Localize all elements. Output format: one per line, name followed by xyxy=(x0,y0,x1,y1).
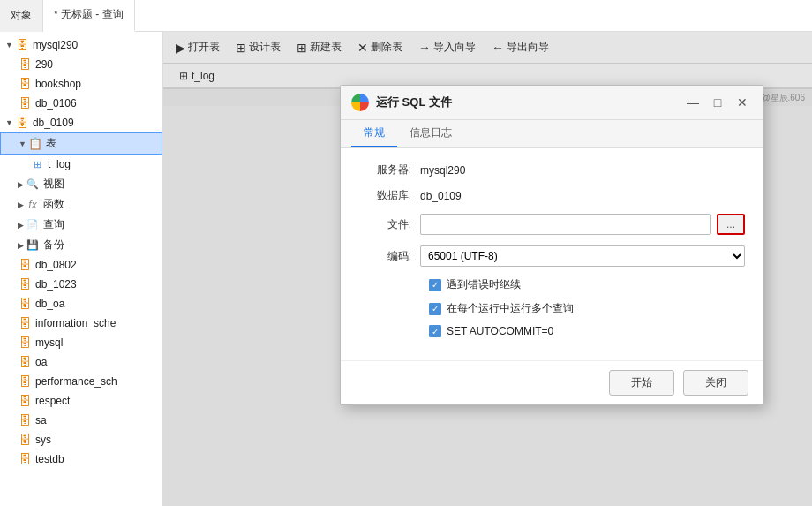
minimize-button[interactable]: — xyxy=(683,93,703,112)
checkbox-autocommit: ✓ SET AUTOCOMMIT=0 xyxy=(429,325,745,337)
dialog-title: 运行 SQL 文件 xyxy=(376,94,676,110)
sidebar-item-backups[interactable]: ▶ 💾 备份 xyxy=(0,235,162,255)
app-window: 对象 * 无标题 - 查询 ▼ 🗄 mysql290 🗄 290 xyxy=(0,0,812,506)
checkbox-multi-query: ✓ 在每个运行中运行多个查询 xyxy=(429,301,745,316)
database-value: db_0109 xyxy=(420,190,462,202)
checkbox-autocommit-label: SET AUTOCOMMIT=0 xyxy=(447,325,553,337)
tab-infolog[interactable]: 信息日志 xyxy=(397,120,464,147)
file-input-row: ... xyxy=(420,214,745,235)
sidebar-item-tlog[interactable]: ⊞ t_log xyxy=(0,155,162,174)
sidebar-item-db1023[interactable]: 🗄 db_1023 xyxy=(0,275,162,294)
navicat-icon xyxy=(351,94,369,111)
checkbox-autocommit-icon[interactable]: ✓ xyxy=(429,325,441,337)
browse-button[interactable]: ... xyxy=(717,214,745,235)
tab-query[interactable]: * 无标题 - 查询 xyxy=(43,0,135,32)
tab-objects[interactable]: 对象 xyxy=(0,0,43,32)
sidebar-item-db0109[interactable]: ▼ 🗄 db_0109 xyxy=(0,113,162,132)
right-panel: ▶ 打开表 ⊞ 设计表 ⊞ 新建表 ✕ 删除表 → 导入向导 xyxy=(163,32,812,506)
dialog-tabs: 常规 信息日志 xyxy=(341,120,763,148)
close-dialog-button[interactable]: 关闭 xyxy=(683,370,748,396)
server-value: mysql290 xyxy=(420,164,465,177)
checkbox-continue-label: 遇到错误时继续 xyxy=(447,277,521,292)
checkbox-continue-icon[interactable]: ✓ xyxy=(429,279,441,291)
sidebar-item-db0802[interactable]: 🗄 db_0802 xyxy=(0,255,162,275)
sidebar-item-oa[interactable]: 🗄 oa xyxy=(0,352,162,372)
sidebar-item-performance[interactable]: 🗄 performance_sch xyxy=(0,372,162,391)
server-label: 服务器: xyxy=(358,162,420,177)
maximize-button[interactable]: □ xyxy=(708,93,727,112)
dialog-body: 服务器: mysql290 数据库: db_0109 文件: ... xyxy=(341,148,763,360)
sidebar-item-queries[interactable]: ▶ 📄 查询 xyxy=(0,215,162,235)
run-sql-dialog: 运行 SQL 文件 — □ ✕ 常规 信息日志 xyxy=(340,85,763,405)
sidebar-item-db0106[interactable]: 🗄 db_0106 xyxy=(0,94,162,113)
sidebar: ▼ 🗄 mysql290 🗄 290 🗄 bookshop 🗄 db_0106 xyxy=(0,32,163,506)
sidebar-item-mysql[interactable]: 🗄 mysql xyxy=(0,333,162,352)
main-content: ▼ 🗄 mysql290 🗄 290 🗄 bookshop 🗄 db_0106 xyxy=(0,32,812,506)
encoding-select[interactable]: 65001 (UTF-8) xyxy=(420,245,745,267)
file-label: 文件: xyxy=(358,217,420,232)
encoding-input-row: 65001 (UTF-8) xyxy=(420,245,745,267)
encoding-row: 编码: 65001 (UTF-8) xyxy=(358,245,745,267)
dialog-footer: 开始 关闭 xyxy=(341,360,763,404)
tab-general[interactable]: 常规 xyxy=(351,120,397,147)
sidebar-item-respect[interactable]: 🗄 respect xyxy=(0,391,162,411)
encoding-label: 编码: xyxy=(358,249,420,264)
sidebar-item-functions[interactable]: ▶ fx 函数 xyxy=(0,194,162,215)
title-bar: 对象 * 无标题 - 查询 xyxy=(0,0,812,32)
sidebar-item-290[interactable]: 🗄 290 xyxy=(0,55,162,74)
checkbox-multi-label: 在每个运行中运行多个查询 xyxy=(447,301,574,316)
checkbox-continue-on-error: ✓ 遇到错误时继续 xyxy=(429,277,745,292)
server-row: 服务器: mysql290 xyxy=(358,162,745,177)
dialog-titlebar: 运行 SQL 文件 — □ ✕ xyxy=(341,86,763,120)
file-input[interactable] xyxy=(420,214,711,235)
dialog-controls: — □ ✕ xyxy=(683,93,752,112)
sidebar-item-tables[interactable]: ▼ 📋 表 xyxy=(0,132,162,155)
sidebar-item-views[interactable]: ▶ 🔍 视图 xyxy=(0,174,162,194)
sidebar-item-sys[interactable]: 🗄 sys xyxy=(0,430,162,449)
file-row: 文件: ... xyxy=(358,214,745,235)
database-label: 数据库: xyxy=(358,188,420,203)
sidebar-item-mysql290[interactable]: ▼ 🗄 mysql290 xyxy=(0,35,162,55)
sidebar-item-sa[interactable]: 🗄 sa xyxy=(0,411,162,430)
sidebar-item-information[interactable]: 🗄 information_sche xyxy=(0,313,162,333)
checkbox-multi-icon[interactable]: ✓ xyxy=(429,303,441,315)
database-row: 数据库: db_0109 xyxy=(358,188,745,203)
close-button[interactable]: ✕ xyxy=(733,93,752,112)
sidebar-item-bookshop[interactable]: 🗄 bookshop xyxy=(0,74,162,94)
start-button[interactable]: 开始 xyxy=(609,370,674,396)
sidebar-item-dboa[interactable]: 🗄 db_oa xyxy=(0,294,162,313)
sidebar-item-testdb[interactable]: 🗄 testdb xyxy=(0,449,162,469)
